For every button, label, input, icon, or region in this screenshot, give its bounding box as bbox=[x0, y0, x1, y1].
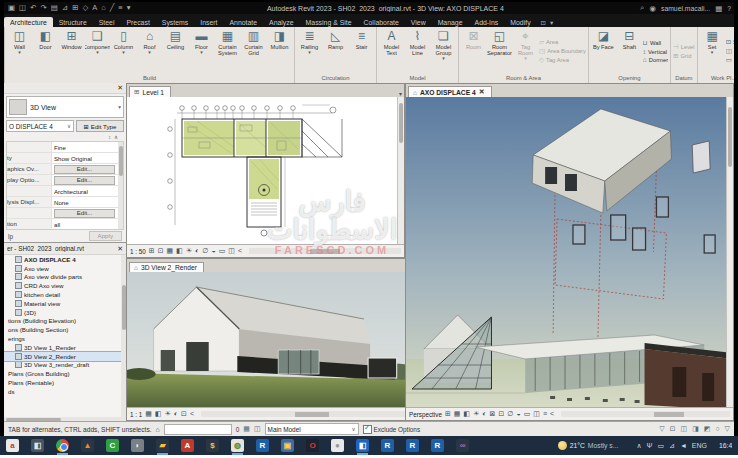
type-selector[interactable]: 3D View ▾ bbox=[6, 96, 124, 118]
edit-button[interactable]: Edit... bbox=[54, 209, 115, 218]
worksharing-display-icon[interactable]: ▭ bbox=[524, 409, 531, 419]
tree-item-selected[interactable]: 3D View 2_Render bbox=[4, 352, 126, 361]
volume-icon[interactable]: ◄ bbox=[680, 442, 687, 449]
panel-label-room-area[interactable]: Room & Area bbox=[459, 74, 588, 83]
column-button[interactable]: ▯Column bbox=[111, 28, 136, 74]
sun-path-icon[interactable]: ☀ bbox=[165, 409, 171, 419]
detail-level-icon[interactable]: ▦ bbox=[454, 409, 461, 419]
filter-icon[interactable]: ▽ bbox=[725, 425, 730, 433]
reveal-hidden-icon[interactable]: ◒ bbox=[516, 409, 520, 419]
shaft-button[interactable]: ⊟Shaft bbox=[617, 28, 642, 74]
taskbar-opera-icon[interactable]: O bbox=[306, 439, 319, 452]
scale-control[interactable]: 1 : 50 bbox=[130, 248, 146, 255]
dropdown-arrow[interactable] bbox=[442, 56, 445, 60]
tree-item[interactable]: 3D View 3_render_draft bbox=[4, 361, 126, 370]
scale-control[interactable]: 1 : 1 bbox=[130, 411, 142, 418]
display-icon[interactable]: ▭ bbox=[657, 442, 664, 450]
property-value[interactable]: Show Original bbox=[52, 155, 123, 162]
select-by-face-icon[interactable]: ◨ bbox=[692, 425, 699, 433]
axo-canvas[interactable] bbox=[406, 97, 733, 407]
dropdown-arrow[interactable] bbox=[711, 50, 714, 54]
set-work-plane-button[interactable]: ▦Set bbox=[700, 28, 725, 74]
crop-view-icon[interactable]: ⊡ bbox=[181, 409, 187, 419]
taskbar-app-dollar[interactable]: $ bbox=[206, 439, 219, 452]
ceiling-button[interactable]: ▤Ceiling bbox=[163, 28, 188, 74]
pan-left-arrow[interactable]: < bbox=[238, 246, 242, 256]
tab-manage[interactable]: Manage bbox=[432, 17, 469, 27]
wall-opening-button[interactable]: ⊔Wall bbox=[643, 39, 668, 47]
vertical-opening-button[interactable]: ↕Vertical bbox=[643, 48, 668, 55]
edit-button[interactable]: Edit... bbox=[54, 165, 115, 174]
tree-category[interactable]: Plans (Gross Building) bbox=[4, 369, 126, 378]
show-crop-icon[interactable]: ⊞ bbox=[149, 246, 155, 256]
show-crop-icon[interactable]: ⊞ bbox=[445, 409, 451, 419]
tab-collaborate[interactable]: Collaborate bbox=[358, 17, 405, 27]
tab-insert[interactable]: Insert bbox=[194, 17, 223, 27]
render-canvas[interactable] bbox=[127, 272, 412, 407]
tab-precast[interactable]: Precast bbox=[120, 17, 155, 27]
tab-view[interactable]: View bbox=[405, 17, 432, 27]
tab-annotate[interactable]: Annotate bbox=[223, 17, 263, 27]
axo-h-scrollbar[interactable] bbox=[561, 411, 730, 417]
taskbar-revit-icon[interactable]: R bbox=[431, 439, 444, 452]
temporary-view-icon[interactable]: ◫ bbox=[228, 246, 235, 256]
taskbar-autocad-icon[interactable]: A bbox=[181, 439, 194, 452]
plan-v-scrollbar[interactable] bbox=[397, 97, 404, 244]
text-icon[interactable]: A bbox=[92, 3, 97, 13]
properties-help[interactable]: lp bbox=[8, 233, 13, 240]
measure-icon[interactable]: ⊿ bbox=[62, 3, 68, 13]
redo-icon[interactable]: ↷ bbox=[40, 3, 46, 13]
taskbar-revit-icon[interactable]: R bbox=[381, 439, 394, 452]
view-list-arrow[interactable]: ▾ bbox=[399, 90, 402, 97]
exclude-options-checkbox[interactable]: Exclude Options bbox=[363, 425, 421, 434]
show-work-plane-button[interactable]: ⊡Show bbox=[726, 38, 734, 46]
select-underlay-icon[interactable]: ⊡ bbox=[670, 425, 676, 433]
pan-left-arrow[interactable]: < bbox=[550, 409, 554, 419]
detail-level-icon[interactable]: ▦ bbox=[145, 409, 152, 419]
edit-type-button[interactable]: ⊞ Edit Type bbox=[76, 120, 124, 132]
taskbar-revit-icon[interactable]: R bbox=[406, 439, 419, 452]
ribbon-display-arrow[interactable]: ▾ bbox=[550, 19, 553, 27]
reveal-hidden-icon[interactable]: ◒ bbox=[211, 246, 215, 256]
tree-item[interactable]: {3D} bbox=[4, 308, 126, 317]
tag-icon[interactable]: ◇ bbox=[82, 3, 88, 13]
tab-modify[interactable]: Modify bbox=[504, 17, 536, 27]
taskbar-vlc-icon[interactable]: ▲ bbox=[81, 439, 94, 452]
model-text-button[interactable]: AModel Text bbox=[379, 28, 404, 74]
curtain-grid-button[interactable]: ▥Curtain Grid bbox=[241, 28, 266, 74]
property-value[interactable]: Fine bbox=[52, 144, 123, 151]
temporary-hide-icon[interactable]: ∅ bbox=[507, 409, 513, 419]
dropdown-arrow[interactable] bbox=[148, 50, 151, 54]
taskbar-app-remote[interactable]: ◧ bbox=[31, 439, 44, 452]
area-button[interactable]: ▱Area bbox=[539, 38, 586, 46]
wall-button[interactable]: ◫Wall bbox=[7, 28, 32, 74]
apply-button[interactable]: Apply bbox=[89, 231, 122, 241]
shadows-icon[interactable]: ◐ bbox=[174, 409, 178, 419]
weather-widget[interactable]: 21°C Mostly s... bbox=[558, 441, 619, 450]
worksets-icon[interactable]: ▦ bbox=[243, 425, 250, 433]
close-icon[interactable] bbox=[117, 245, 123, 253]
temporary-view-icon[interactable]: ◫ bbox=[533, 409, 540, 419]
tab-massing-site[interactable]: Massing & Site bbox=[300, 17, 358, 27]
sort-icon[interactable]: ↕ bbox=[108, 134, 111, 141]
model-group-button[interactable]: ❏Model Group bbox=[431, 28, 456, 74]
tree-category[interactable]: ons (Building Section) bbox=[4, 325, 126, 334]
ref-plane-button[interactable]: ◫ bbox=[726, 47, 734, 55]
model-line-button[interactable]: ⌇Model Line bbox=[405, 28, 430, 74]
tag-room-button[interactable]: ⌖Tag Room bbox=[513, 28, 538, 74]
dropdown-arrow[interactable] bbox=[18, 50, 21, 54]
search-icon[interactable]: ⌕ bbox=[640, 3, 644, 13]
thin-lines-icon[interactable]: ≡ bbox=[118, 3, 122, 13]
tree-item[interactable]: 3D View 1_Render bbox=[4, 343, 126, 352]
taskbar-app-dot[interactable]: ● bbox=[331, 439, 344, 452]
plan-h-scrollbar[interactable] bbox=[249, 248, 401, 254]
drag-on-selection-icon[interactable]: ◩ bbox=[704, 425, 711, 433]
shadows-icon[interactable]: ◐ bbox=[482, 409, 486, 419]
room-separator-button[interactable]: ◱Room Separator bbox=[487, 28, 512, 74]
tree-category[interactable]: ds bbox=[4, 387, 126, 396]
taskbar-app-c[interactable]: C bbox=[106, 439, 119, 452]
tab-structure[interactable]: Structure bbox=[53, 17, 93, 27]
property-value[interactable]: Architectural bbox=[52, 188, 123, 195]
taskbar-photos-icon[interactable]: ▣ bbox=[281, 439, 294, 452]
taskbar-visual-studio-icon[interactable]: ∞ bbox=[456, 439, 469, 452]
